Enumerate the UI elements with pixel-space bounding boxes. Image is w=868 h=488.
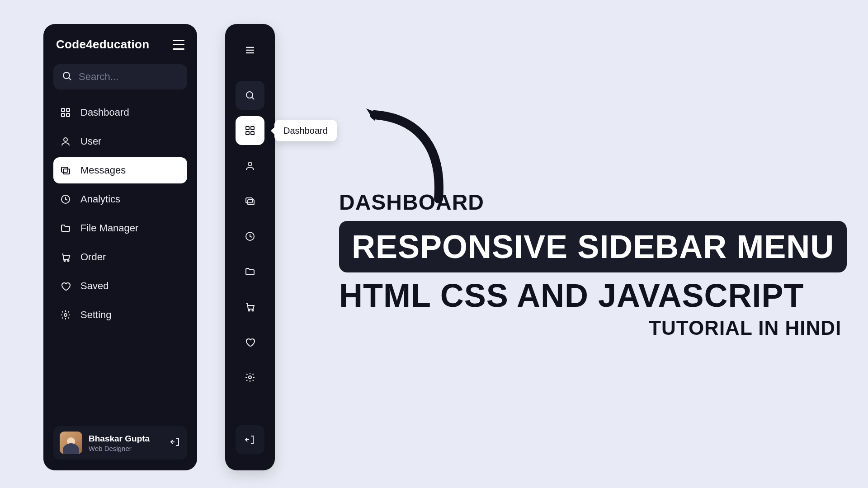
collapsed-item-saved[interactable] — [236, 328, 264, 357]
grid-icon — [60, 107, 71, 118]
logout-button[interactable] — [236, 425, 264, 454]
brand-title: Code4education — [56, 38, 149, 52]
clock-icon — [60, 194, 71, 205]
collapsed-item-analytics[interactable] — [236, 222, 264, 251]
menu-toggle-button[interactable] — [236, 36, 264, 65]
sidebar-item-label: Order — [80, 251, 106, 263]
sidebar-item-label: Dashboard — [80, 107, 129, 118]
logout-icon[interactable] — [170, 436, 181, 449]
sidebar-item-label: Analytics — [80, 193, 120, 205]
gear-icon — [60, 310, 71, 320]
search-button[interactable] — [236, 81, 264, 110]
profile-name: Bhaskar Gupta — [89, 434, 164, 444]
cart-icon — [60, 252, 71, 263]
collapsed-item-file-manager[interactable] — [236, 257, 264, 286]
headline-line2: RESPONSIVE SIDEBAR MENU — [339, 221, 847, 272]
messages-icon — [60, 165, 71, 176]
sidebar-item-label: Messages — [80, 164, 126, 176]
tooltip: Dashboard — [274, 120, 337, 141]
sidebar-item-setting[interactable]: Setting — [53, 302, 187, 328]
profile-role: Web Designer — [89, 445, 164, 452]
sidebar-collapsed: Dashboard — [225, 24, 275, 470]
search-box[interactable] — [53, 64, 187, 89]
sidebar-item-file-manager[interactable]: File Manager — [53, 215, 187, 241]
folder-icon — [60, 223, 71, 234]
sidebar-item-label: Setting — [80, 309, 112, 321]
sidebar-item-label: File Manager — [80, 222, 138, 234]
headline-line4: TUTORIAL IN HINDI — [339, 317, 847, 339]
sidebar-item-saved[interactable]: Saved — [53, 273, 187, 299]
headline-line3: HTML CSS AND JAVASCRIPT — [339, 277, 847, 314]
sidebar-item-label: User — [80, 136, 101, 147]
sidebar-item-user[interactable]: User — [53, 128, 187, 155]
collapsed-item-messages[interactable] — [236, 187, 264, 216]
headline-line1: DASHBOARD — [339, 190, 847, 215]
collapsed-item-setting[interactable] — [236, 363, 264, 392]
sidebar-item-dashboard[interactable]: Dashboard — [53, 99, 187, 126]
collapsed-item-user[interactable] — [236, 151, 264, 180]
collapsed-item-dashboard[interactable]: Dashboard — [236, 116, 264, 145]
sidebar-item-label: Saved — [80, 280, 108, 292]
search-input[interactable] — [79, 71, 203, 83]
search-icon — [61, 70, 72, 83]
collapsed-item-order[interactable] — [236, 292, 264, 321]
avatar — [60, 432, 82, 454]
sidebar-item-analytics[interactable]: Analytics — [53, 186, 187, 212]
pointer-arrow-icon — [362, 99, 452, 203]
user-icon — [60, 136, 71, 147]
sidebar-item-order[interactable]: Order — [53, 244, 187, 270]
heart-icon — [60, 281, 71, 291]
headline: DASHBOARD RESPONSIVE SIDEBAR MENU HTML C… — [339, 190, 847, 339]
profile-card[interactable]: Bhaskar Gupta Web Designer — [53, 426, 187, 460]
sidebar-expanded: Code4education Dashboard User Messages A… — [43, 24, 197, 470]
menu-toggle-button[interactable] — [173, 40, 184, 50]
sidebar-item-messages[interactable]: Messages — [53, 157, 187, 183]
sidebar-menu: Dashboard User Messages Analytics File M… — [53, 99, 187, 328]
